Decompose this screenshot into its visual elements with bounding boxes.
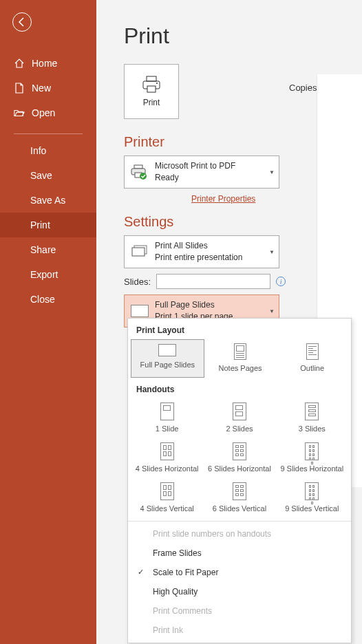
- opt-slide-numbers: Print slide numbers on handouts: [128, 524, 351, 544]
- handout-4-horizontal[interactable]: 4 Slides Horizontal: [131, 438, 203, 478]
- chevron-down-icon: ▼: [269, 169, 275, 175]
- handout-6-horizontal[interactable]: 6 Slides Horizontal: [203, 438, 275, 478]
- nav-label: New: [32, 83, 51, 94]
- handout-4-vertical[interactable]: 4 Slides Vertical: [131, 478, 203, 518]
- handout-label: 2 Slides: [226, 425, 253, 433]
- handout-label: 4 Slides Horizontal: [136, 464, 199, 473]
- document-icon: [14, 83, 25, 94]
- full-page-icon: [158, 344, 176, 356]
- layout-popup: Print Layout Full Page Slides Notes Page…: [127, 318, 352, 643]
- handout-4h-icon: [160, 442, 174, 460]
- handout-label: 6 Slides Vertical: [213, 504, 266, 513]
- layout-outline[interactable]: Outline: [276, 339, 348, 378]
- nav-info[interactable]: Info: [0, 138, 96, 163]
- handout-6-vertical[interactable]: 6 Slides Vertical: [203, 478, 275, 518]
- opt-scale-to-fit[interactable]: ✓Scale to Fit Paper: [128, 563, 351, 582]
- handout-label: 6 Slides Horizontal: [208, 464, 271, 473]
- printer-status: Ready: [155, 172, 235, 184]
- printer-name: Microsoft Print to PDF: [155, 160, 235, 172]
- divider: [128, 521, 351, 522]
- handout-2-slides[interactable]: 2 Slides: [203, 398, 275, 438]
- handout-label: 1 Slide: [156, 425, 179, 433]
- slides-input[interactable]: [156, 274, 270, 289]
- nav-save-as[interactable]: Save As: [0, 188, 96, 213]
- handout-9-vertical[interactable]: 9 Slides Vertical: [276, 478, 348, 518]
- layout-notes-pages[interactable]: Notes Pages: [204, 339, 277, 378]
- nav-label: Home: [32, 58, 57, 69]
- page-title: Print: [124, 23, 362, 49]
- handout-6v-icon: [233, 482, 246, 500]
- printer-icon: [141, 76, 162, 94]
- handout-9-horizontal[interactable]: 9 Slides Horizontal: [276, 438, 348, 478]
- svg-point-3: [156, 83, 158, 84]
- print-button-label: Print: [143, 98, 160, 107]
- nav-new[interactable]: New: [0, 76, 96, 100]
- handout-2-icon: [233, 402, 246, 420]
- handout-label: 3 Slides: [299, 425, 326, 433]
- print-layout-heading: Print Layout: [128, 319, 351, 339]
- printer-heading: Printer: [124, 134, 164, 150]
- nav-save[interactable]: Save: [0, 163, 96, 188]
- printer-dropdown[interactable]: Microsoft Print to PDF Ready ▼: [124, 155, 279, 189]
- layout-label: Outline: [300, 364, 324, 372]
- handout-1-slide[interactable]: 1 Slide: [131, 398, 203, 438]
- nav-open[interactable]: Open: [0, 100, 96, 125]
- handout-3-slides[interactable]: 3 Slides: [276, 398, 348, 438]
- opt-high-quality[interactable]: High Quality: [128, 582, 351, 601]
- handout-4v-icon: [160, 482, 174, 500]
- print-button[interactable]: Print: [124, 64, 179, 119]
- handout-label: 9 Slides Vertical: [285, 504, 339, 513]
- outline-icon: [306, 343, 319, 360]
- printer-properties-link[interactable]: Printer Properties: [191, 194, 255, 204]
- handouts-heading: Handouts: [128, 378, 351, 398]
- folder-open-icon: [14, 107, 25, 118]
- layout-label: Full Page Slides: [140, 361, 195, 369]
- divider: [14, 133, 83, 134]
- check-icon: ✓: [138, 568, 144, 577]
- nav-print[interactable]: Print: [0, 213, 96, 237]
- handout-label: 9 Slides Horizontal: [280, 464, 343, 473]
- chevron-down-icon: ▼: [269, 249, 275, 255]
- notes-page-icon: [234, 343, 246, 360]
- slides-label: Slides:: [124, 277, 151, 287]
- printer-ready-icon: [130, 164, 149, 180]
- arrow-left-icon: [17, 17, 28, 28]
- svg-rect-2: [147, 86, 156, 92]
- handout-6h-icon: [233, 442, 246, 460]
- backstage-sidebar: Home New Open Info Save Save As Print Sh…: [0, 0, 96, 644]
- opt-label: Scale to Fit Paper: [153, 568, 218, 577]
- opt-frame-slides[interactable]: Frame Slides: [128, 544, 351, 563]
- handout-9v-icon: [305, 482, 319, 500]
- layout-title: Full Page Slides: [155, 299, 233, 311]
- nav-share[interactable]: Share: [0, 237, 96, 262]
- copies-label: Copies:: [289, 83, 319, 93]
- print-scope-dropdown[interactable]: Print All Slides Print entire presentati…: [124, 235, 279, 268]
- info-icon[interactable]: i: [276, 277, 286, 286]
- opt-print-ink: Print Ink: [128, 621, 351, 640]
- chevron-down-icon: ▼: [269, 308, 275, 314]
- full-page-slide-icon: [130, 303, 149, 319]
- svg-point-7: [140, 173, 147, 180]
- handout-9h-icon: [305, 442, 319, 460]
- scope-sub: Print entire presentation: [155, 252, 242, 264]
- svg-rect-9: [132, 248, 145, 256]
- handout-3-icon: [305, 402, 319, 420]
- handout-1-icon: [160, 402, 174, 420]
- back-button[interactable]: [12, 12, 32, 32]
- slides-stack-icon: [130, 244, 149, 260]
- svg-rect-4: [134, 165, 142, 169]
- scope-title: Print All Slides: [155, 240, 242, 252]
- opt-print-comments: Print Comments: [128, 601, 351, 621]
- layout-full-page-slides[interactable]: Full Page Slides: [131, 339, 204, 378]
- nav-close[interactable]: Close: [0, 287, 96, 312]
- layout-label: Notes Pages: [219, 364, 262, 372]
- handout-label: 4 Slides Vertical: [140, 504, 194, 513]
- home-icon: [14, 58, 25, 69]
- nav-export[interactable]: Export: [0, 262, 96, 287]
- nav-home[interactable]: Home: [0, 51, 96, 76]
- nav-label: Open: [32, 107, 55, 118]
- svg-rect-0: [147, 76, 156, 81]
